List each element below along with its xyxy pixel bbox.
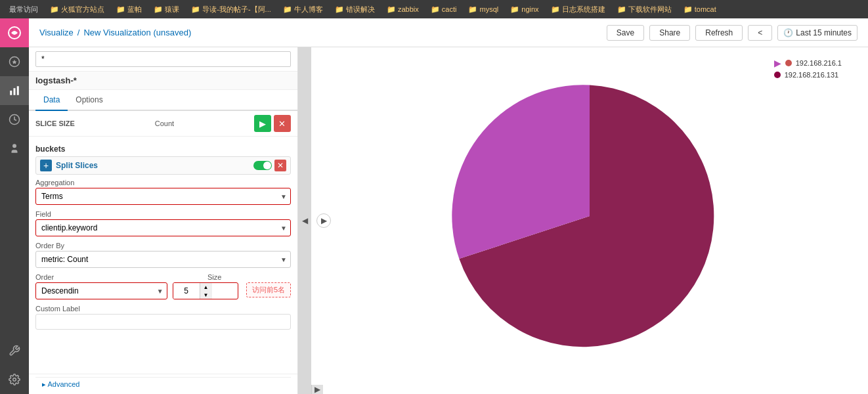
aggregation-select[interactable]: Terms bbox=[35, 188, 291, 205]
custom-label-group: Custom Label bbox=[35, 305, 291, 330]
tab-data[interactable]: Data bbox=[35, 90, 68, 111]
aggregation-label: Aggregation bbox=[35, 179, 291, 186]
breadcrumb-visualize-link[interactable]: Visualize bbox=[39, 28, 74, 37]
bookmark-yuanke[interactable]: 📁 猿课 bbox=[150, 3, 183, 16]
search-bar bbox=[29, 47, 297, 72]
custom-label-input[interactable] bbox=[35, 314, 291, 330]
add-bucket-btn[interactable]: + bbox=[40, 160, 52, 171]
header-actions: Save Share Refresh < 🕐 Last 15 minutes bbox=[607, 25, 857, 41]
order-by-group: Order By metric: Count ▼ bbox=[35, 242, 291, 268]
bookmark-daodu[interactable]: 📁 导读-我的帖子-【阿... bbox=[187, 3, 275, 16]
run-button[interactable]: ▶ bbox=[254, 115, 271, 132]
close-button[interactable]: ✕ bbox=[274, 115, 291, 132]
size-input[interactable] bbox=[173, 283, 200, 299]
chart-canvas bbox=[311, 47, 868, 385]
breadcrumb-current: New Visualization (unsaved) bbox=[83, 28, 191, 37]
sidebar bbox=[0, 18, 29, 394]
field-group: Field clientip.keyword ▼ bbox=[35, 210, 291, 236]
pie-chart bbox=[452, 78, 727, 354]
size-spin-down[interactable]: ▼ bbox=[200, 291, 212, 299]
chart-area: ▶ ▶ 192.168.216.1 192.168.216.131 bbox=[311, 47, 868, 394]
order-label: Order bbox=[35, 273, 202, 281]
svg-rect-4 bbox=[17, 86, 19, 95]
save-button[interactable]: Save bbox=[607, 25, 644, 41]
bucket-toggle: ✕ bbox=[253, 160, 286, 171]
metrics-label: Slice Size bbox=[35, 120, 75, 127]
custom-label-label: Custom Label bbox=[35, 305, 291, 313]
prev-button[interactable]: < bbox=[748, 25, 772, 41]
sidebar-item-timelion[interactable] bbox=[0, 134, 29, 163]
count-label: Count bbox=[155, 120, 174, 127]
size-label: Size bbox=[207, 273, 291, 281]
bookmark-zabbix[interactable]: 📁 zabbix bbox=[383, 4, 423, 15]
bookmark-niren[interactable]: 📁 牛人博客 bbox=[279, 3, 327, 16]
bookmark-tomcat[interactable]: 📁 tomcat bbox=[680, 4, 720, 15]
panel-toolbar: Slice Size Count ▶ ✕ bbox=[29, 111, 297, 137]
time-range-label: Last 15 minutes bbox=[796, 28, 852, 37]
share-button[interactable]: Share bbox=[649, 25, 690, 41]
aggregation-group: Aggregation Terms ▼ bbox=[35, 179, 291, 205]
breadcrumb-separator: / bbox=[77, 28, 80, 37]
order-by-select-wrapper: metric: Count ▼ bbox=[35, 251, 291, 268]
custom-note-wrapper: 访问前5名 bbox=[244, 282, 291, 297]
bookmark-cuowu[interactable]: 📁 错误解决 bbox=[331, 3, 379, 16]
aggregation-select-wrapper: Terms ▼ bbox=[35, 188, 291, 205]
sidebar-item-settings[interactable] bbox=[0, 365, 29, 394]
metrics-section: buckets + Split Slices ✕ Aggregation bbox=[29, 137, 297, 374]
bucket-remove-btn[interactable]: ✕ bbox=[274, 160, 286, 171]
bookmark-download[interactable]: 📁 下载软件网站 bbox=[613, 3, 676, 16]
toggle-switch[interactable] bbox=[253, 161, 272, 170]
collapse-toggle[interactable]: ◀ bbox=[298, 47, 311, 394]
sidebar-item-discover[interactable] bbox=[0, 47, 29, 76]
svg-point-7 bbox=[13, 378, 16, 382]
sidebar-item-dashboard[interactable] bbox=[0, 105, 29, 134]
advanced-link[interactable]: ▸ Advanced bbox=[35, 377, 291, 391]
order-select-wrapper: Descendin ▼ bbox=[35, 282, 167, 299]
sidebar-item-devtools[interactable] bbox=[0, 336, 29, 365]
tab-options[interactable]: Options bbox=[68, 90, 110, 111]
top-header: Visualize / New Visualization (unsaved) … bbox=[29, 18, 868, 47]
order-group: Descendin ▼ bbox=[35, 282, 167, 299]
right-collapse[interactable]: ▶ bbox=[311, 385, 323, 394]
bookmark-firefox[interactable]: 📁 火狐官方站点 bbox=[46, 3, 108, 16]
bookmark-lanpa[interactable]: 📁 蓝帕 bbox=[112, 3, 146, 16]
content-area: logstash-* Data Options Slice Size Count… bbox=[29, 47, 868, 394]
bookmark-nginx[interactable]: 📁 nginx bbox=[506, 4, 542, 15]
panel-toolbar-right: ▶ ✕ bbox=[254, 115, 291, 132]
order-select[interactable]: Descendin bbox=[35, 282, 167, 299]
order-by-select[interactable]: metric: Count bbox=[35, 251, 291, 268]
bookmark-log[interactable]: 📁 日志系统搭建 bbox=[547, 3, 609, 16]
sidebar-item-visualize[interactable] bbox=[0, 76, 29, 105]
panel-bottom: ▸ Advanced bbox=[29, 374, 297, 394]
split-slices-bucket: + Split Slices ✕ bbox=[35, 156, 291, 175]
bucket-name[interactable]: Split Slices bbox=[56, 161, 98, 170]
size-spinner: ▲ ▼ bbox=[200, 283, 212, 299]
right-collapse-icon: ▶ bbox=[315, 385, 320, 394]
order-size-labels: Order Size bbox=[35, 273, 291, 281]
app-container: Visualize / New Visualization (unsaved) … bbox=[0, 18, 868, 394]
bookmark-cacti[interactable]: 📁 cacti bbox=[427, 4, 461, 15]
breadcrumb: Visualize / New Visualization (unsaved) bbox=[39, 28, 601, 37]
time-icon: 🕐 bbox=[783, 28, 793, 37]
browser-bar: 最常访问 📁 火狐官方站点 📁 蓝帕 📁 猿课 📁 导读-我的帖子-【阿... … bbox=[0, 0, 868, 18]
app-logo[interactable] bbox=[0, 18, 29, 47]
chart-nav-prev[interactable]: ▶ bbox=[316, 213, 331, 228]
buckets-header: buckets bbox=[35, 144, 291, 154]
field-select[interactable]: clientip.keyword bbox=[35, 219, 291, 236]
order-size-row: Descendin ▼ ▲ ▼ bbox=[35, 282, 291, 299]
bookmark-mysql[interactable]: 📁 mysql bbox=[464, 4, 502, 15]
size-input-wrapper: ▲ ▼ bbox=[173, 282, 238, 299]
field-select-wrapper: clientip.keyword ▼ bbox=[35, 219, 291, 236]
refresh-button[interactable]: Refresh bbox=[695, 25, 743, 41]
left-panel: logstash-* Data Options Slice Size Count… bbox=[29, 47, 298, 394]
index-label: logstash-* bbox=[29, 72, 297, 90]
size-spin-up[interactable]: ▲ bbox=[200, 283, 212, 291]
svg-rect-2 bbox=[10, 91, 12, 95]
order-by-label: Order By bbox=[35, 242, 291, 250]
panel-tabs: Data Options bbox=[29, 90, 297, 111]
svg-point-6 bbox=[12, 144, 16, 148]
svg-rect-3 bbox=[14, 88, 16, 95]
bookmark-most-visited[interactable]: 最常访问 bbox=[5, 3, 42, 16]
time-range-picker[interactable]: 🕐 Last 15 minutes bbox=[777, 25, 857, 41]
search-input[interactable] bbox=[35, 51, 291, 67]
